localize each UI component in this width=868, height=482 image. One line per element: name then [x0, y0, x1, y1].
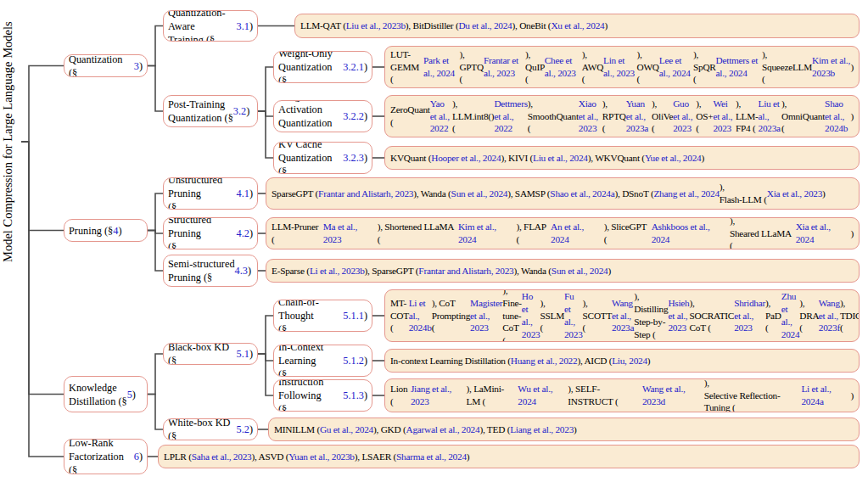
citation-link[interactable]: Liang et al., 2023: [510, 423, 574, 436]
citation-link[interactable]: An et al., 2024: [551, 221, 604, 246]
citation-link[interactable]: Hooper et al., 2024: [431, 152, 501, 165]
text-run: ), LSAER (: [355, 451, 396, 463]
citation-link[interactable]: Xiao et al., 2023: [579, 98, 602, 135]
section-link[interactable]: 5.1.2: [343, 354, 364, 367]
citation-link[interactable]: Yao et al., 2022: [430, 98, 452, 135]
citation-link[interactable]: Agarwal et al., 2024: [406, 423, 479, 436]
section-link[interactable]: 3.2.1: [343, 60, 364, 74]
citation-link[interactable]: Wu et al., 2024: [518, 383, 568, 408]
taxonomy-tree-figure: Model Compression for Large Language Mod…: [0, 0, 868, 482]
section-link[interactable]: 3.2.3: [343, 151, 364, 165]
section-link[interactable]: 4.2: [237, 227, 249, 240]
citation-link[interactable]: Sun et al., 2024: [451, 188, 508, 200]
text-run: LPLR (: [164, 451, 192, 463]
citation-link[interactable]: Chee et al., 2023: [545, 54, 582, 80]
text-run: ), GPTQ (: [459, 48, 484, 86]
citation-link[interactable]: Ho et al., 2023: [522, 290, 540, 340]
section-link[interactable]: 5.1.1: [343, 309, 364, 322]
text-run: Black-box KD (§: [168, 343, 237, 365]
section-link[interactable]: 4.1: [237, 187, 249, 200]
section-link[interactable]: 5.1.3: [343, 389, 364, 402]
citation-link[interactable]: Liu et al., 2024: [533, 152, 588, 165]
citation-link[interactable]: Park et al., 2024: [423, 54, 459, 80]
text-run: Instruction Following (§: [278, 379, 343, 412]
citation-link[interactable]: Wang et al., 2023f: [819, 297, 840, 334]
citation-link[interactable]: Li et al., 2023b: [310, 265, 365, 277]
text-run: ), Selective Reflection-Tuning (: [704, 378, 802, 412]
citation-link[interactable]: Li et al., 2024a: [801, 383, 850, 408]
citation-link[interactable]: Yuan et al., 2023a: [626, 98, 652, 135]
text-run: ): [850, 110, 854, 123]
connector-line: [21, 142, 64, 231]
citation-link[interactable]: Dettmers et al., 2022: [494, 98, 527, 135]
text-run: ), DSnoT (: [614, 188, 653, 200]
section-link[interactable]: 3.2.2: [343, 109, 364, 123]
citation-link[interactable]: Shao et al., 2024b: [825, 98, 850, 135]
citation-link[interactable]: Shridhar et al., 2023: [734, 297, 765, 334]
citation-link[interactable]: Fu et al., 2023: [564, 290, 583, 340]
citation-link[interactable]: Zhang et al., 2024: [653, 188, 719, 200]
citation-link[interactable]: Saha et al., 2023: [192, 451, 252, 463]
citation-link[interactable]: Dettmers et al., 2024: [716, 54, 762, 80]
section-link[interactable]: 5.2: [237, 423, 249, 436]
citation-link[interactable]: Hsieh et al., 2023: [668, 297, 689, 334]
leaf-kv-cache-citations: KVQuant (Hooper et al., 2024), KIVI (Liu…: [384, 146, 860, 170]
citation-link[interactable]: Frantar et al., 2023: [484, 54, 525, 80]
node-chain-of-thought: Chain-of-Thought (§5.1.1): [273, 300, 372, 332]
citation-link[interactable]: Yuan et al., 2023b: [288, 451, 354, 463]
text-run: ), AWQ (: [582, 48, 603, 86]
citation-link[interactable]: Xu et al., 2024: [551, 20, 604, 32]
citation-link[interactable]: Kim et al., 2023b: [812, 54, 850, 80]
citation-link[interactable]: Du et al., 2024: [458, 20, 512, 32]
text-run: ), LLM-FP4 (: [736, 98, 759, 135]
node-low-rank-factorization: Low-Rank Factorization (§6): [64, 439, 148, 474]
text-run: ), OS+ (: [696, 98, 713, 135]
citation-link[interactable]: Ashkboos et al., 2024: [652, 221, 730, 246]
citation-link[interactable]: Sun et al., 2024: [552, 265, 608, 277]
citation-link[interactable]: Magister et al., 2023: [470, 297, 502, 334]
citation-link[interactable]: Wei et al., 2023: [713, 98, 736, 135]
citation-link[interactable]: Gu et al., 2024: [320, 423, 373, 436]
text-run: ), OneBit (: [512, 20, 552, 32]
section-link[interactable]: 5.1: [237, 347, 249, 361]
citation-link[interactable]: Sharma et al., 2024: [396, 451, 467, 463]
section-link[interactable]: 3.2: [233, 104, 246, 118]
text-run: ): [647, 355, 651, 367]
citation-link[interactable]: Wang et al., 2023a: [612, 297, 634, 334]
connector-line: [148, 26, 163, 66]
citation-link[interactable]: Liu et al., 2023b: [346, 20, 406, 32]
citation-link[interactable]: Shao et al., 2024a: [550, 188, 614, 200]
citation-link[interactable]: Zhu et al., 2024: [781, 290, 800, 340]
citation-link[interactable]: Frantar and Alistarh, 2023: [418, 265, 513, 277]
leaf-structured-pruning-citations: LLM-Pruner (Ma et al., 2023), Shortened …: [266, 217, 860, 249]
connector-line: [258, 111, 273, 158]
citation-link[interactable]: Yue et al., 2024: [645, 152, 702, 165]
text-run: ), TDIG (: [840, 297, 860, 334]
citation-link[interactable]: Jiang et al., 2023: [411, 383, 467, 408]
citation-link[interactable]: Kim et al., 2024: [458, 221, 517, 246]
citation-link[interactable]: Lin et al., 2023: [603, 54, 636, 80]
citation-link[interactable]: Frantar and Alistarh, 2023: [318, 188, 413, 200]
text-run: ), SmoothQuant (: [528, 98, 579, 135]
citation-link[interactable]: Liu, 2024: [612, 355, 647, 367]
citation-link[interactable]: Xia et al., 2024: [796, 221, 851, 246]
citation-link[interactable]: Guo et al., 2023: [673, 98, 696, 135]
connector-line: [21, 142, 64, 457]
citation-link[interactable]: Huang et al., 2022: [511, 355, 578, 367]
text-run: ), DRA (: [799, 297, 818, 334]
citation-link[interactable]: Xia et al., 2023: [767, 188, 822, 200]
text-run: Knowledge Distillation (§: [69, 381, 127, 408]
section-link[interactable]: 4.3: [235, 264, 248, 277]
citation-link[interactable]: Ma et al., 2023: [323, 221, 378, 246]
text-run: ), ASVD (: [251, 451, 288, 463]
citation-link[interactable]: Wang et al., 2023d: [642, 383, 704, 408]
citation-link[interactable]: Liu et al., 2023a: [758, 98, 781, 135]
text-run: ): [467, 451, 470, 463]
text-run: ), BitDistiller (: [406, 20, 459, 32]
section-link[interactable]: 3.1: [237, 20, 249, 33]
node-unstructured-pruning: Unstructured Pruning (§4.1): [163, 177, 258, 210]
citation-link[interactable]: Li et al., 2024b: [409, 297, 432, 334]
text-run: ), Distilling Step-by-Step (: [634, 290, 668, 340]
node-structured-pruning: Structured Pruning (§4.2): [163, 217, 258, 249]
citation-link[interactable]: Lee et al., 2024: [659, 54, 693, 80]
